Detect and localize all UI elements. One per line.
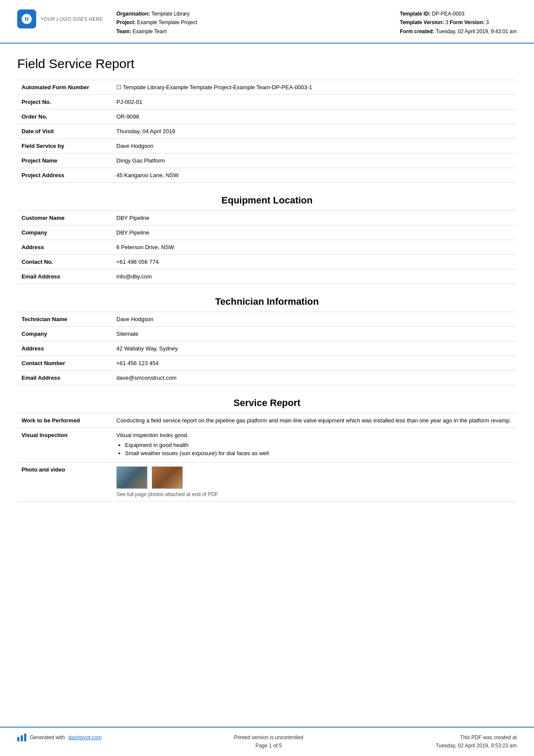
field-text: Sitemate: [116, 331, 138, 337]
field-value: Conducting a field service report on the…: [112, 413, 517, 428]
form-created-line: Form created: Tuesday, 02 April 2019, 9:…: [400, 27, 517, 36]
footer-right: This PDF was created at Tuesday, 02 Apri…: [436, 734, 517, 750]
field-text: 42 Wallaby Way, Sydney: [116, 345, 178, 352]
form-row-2: Order No. OR-9098: [17, 109, 517, 124]
field-label: Work to be Performed: [17, 413, 112, 428]
form-row-3: Date of Visit Thursday, 04 April 2019: [17, 124, 517, 139]
field-value: Thursday, 04 April 2019: [112, 124, 517, 139]
section-1-row-2: Address 42 Wallaby Way, Sydney: [17, 341, 517, 356]
footer-link[interactable]: dashpivot.com: [68, 734, 101, 740]
template-id-line: Template ID: DP-PEA-0003: [400, 9, 517, 18]
header-meta-left: Organisation: Template Library Project: …: [116, 9, 387, 36]
sections-container: Equipment Location Customer Name DBY Pip…: [17, 187, 517, 502]
section-heading-1: Technician Information: [17, 288, 517, 312]
footer-right-line2: Tuesday, 02 April 2019, 9:53:23 am: [436, 742, 517, 750]
form-row-4: Field Service by Dave Hodgson: [17, 139, 517, 153]
field-label: Company: [17, 327, 112, 341]
logo-area: YOUR LOGO GOES HERE: [17, 9, 103, 28]
bullet-list: Equipment in good healthSmall weather is…: [125, 442, 512, 456]
field-label: Address: [17, 341, 112, 356]
template-id-label: Template ID:: [400, 11, 431, 17]
bar2: [21, 735, 23, 741]
section-table-0: Customer Name DBY Pipeline Company DBY P…: [17, 210, 517, 284]
field-value: 6 Peterson Drive, NSW: [112, 240, 517, 255]
footer-center-line1: Printed version is uncontrolled: [234, 734, 303, 742]
page: YOUR LOGO GOES HERE Organisation: Templa…: [0, 0, 534, 756]
form-created-value: Tuesday, 02 April 2019, 9:43:01 am: [436, 28, 517, 34]
field-text: Conducting a field service report on the…: [116, 417, 511, 424]
field-text: +61 456 123 454: [116, 360, 159, 366]
template-version-value: 3: [446, 19, 449, 25]
template-version-label: Template Version:: [400, 19, 444, 25]
field-label: Technician Name: [17, 312, 112, 327]
section-heading-0: Equipment Location: [17, 187, 517, 210]
field-label: Email Address: [17, 269, 112, 284]
field-text: DBY Pipeline: [116, 215, 149, 221]
org-value: Template Library: [151, 11, 190, 17]
generated-text: Generated with: [30, 734, 65, 740]
section-0-row-0: Customer Name DBY Pipeline: [17, 211, 517, 225]
field-value: DBY Pipeline: [112, 211, 517, 225]
field-label: Photo and video: [17, 462, 112, 502]
footer-left: Generated with dashpivot.com: [17, 734, 102, 741]
footer-right-line1: This PDF was created at: [436, 734, 517, 742]
field-text: 6 Peterson Drive, NSW: [116, 244, 174, 250]
field-text: dave@smconstruct.com: [116, 375, 177, 381]
section-0-row-1: Company DBY Pipeline: [17, 225, 517, 240]
field-label: Visual Inspection: [17, 428, 112, 462]
field-value: Visual inspection looks good.Equipment i…: [112, 428, 517, 462]
photo-1: [116, 466, 147, 489]
field-value: Sitemate: [112, 327, 517, 341]
field-value: 45 Kangaroo Lane, NSW: [112, 168, 517, 183]
field-label: Project Name: [17, 153, 112, 168]
photo-2: [152, 466, 183, 489]
page-title: Field Service Report: [17, 56, 517, 71]
header-meta-right: Template ID: DP-PEA-0003 Template Versio…: [400, 9, 517, 36]
team-label: Team:: [116, 28, 131, 34]
footer-center: Printed version is uncontrolled Page 1 o…: [234, 734, 303, 750]
field-value: ☐ Template Library-Example Template Proj…: [112, 80, 517, 95]
team-line: Team: Example Team: [116, 27, 387, 36]
org-label: Organisation:: [116, 11, 150, 17]
form-row-1: Project No. PJ-002-01: [17, 95, 517, 109]
header: YOUR LOGO GOES HERE Organisation: Templa…: [0, 0, 534, 44]
list-item: Equipment in good health: [125, 442, 512, 448]
section-1-row-3: Contact Number +61 456 123 454: [17, 356, 517, 371]
template-id-value: DP-PEA-0003: [432, 11, 464, 17]
field-text: info@dby.com: [116, 273, 152, 280]
bar3: [24, 734, 26, 741]
org-line: Organisation: Template Library: [116, 9, 387, 18]
section-table-1: Technician Name Dave Hodgson Company Sit…: [17, 312, 517, 385]
form-version-value: 3: [486, 19, 489, 25]
form-version-label: Form Version:: [450, 19, 485, 25]
field-value: info@dby.com: [112, 269, 517, 284]
team-value: Example Team: [133, 28, 167, 34]
field-label: Project No.: [17, 95, 112, 109]
logo-text: YOUR LOGO GOES HERE: [41, 16, 103, 22]
form-row-5: Project Name Dingy Gas Platform: [17, 153, 517, 168]
main-content: Field Service Report Automated Form Numb…: [0, 44, 534, 726]
field-label: Date of Visit: [17, 124, 112, 139]
field-value: See full page photos attached at end of …: [112, 462, 517, 502]
section-1-row-0: Technician Name Dave Hodgson: [17, 312, 517, 327]
field-label: Contact Number: [17, 356, 112, 371]
section-heading-2: Service Report: [17, 390, 517, 413]
footer-logo-icon: [17, 734, 26, 741]
section-0-row-3: Contact No. +61 498 056 774: [17, 255, 517, 269]
field-label: Address: [17, 240, 112, 255]
field-label: Customer Name: [17, 211, 112, 225]
field-value: DBY Pipeline: [112, 225, 517, 240]
field-label: Company: [17, 225, 112, 240]
field-value: PJ-002-01: [112, 95, 517, 109]
section-0-row-2: Address 6 Peterson Drive, NSW: [17, 240, 517, 255]
section-2-row-1: Visual Inspection Visual inspection look…: [17, 428, 517, 462]
field-text: Dave Hodgson: [116, 316, 153, 322]
list-item: Small weather issues (sun exposure) for …: [125, 450, 512, 456]
photo-caption: See full page photos attached at end of …: [116, 491, 512, 497]
section-2-row-2: Photo and video See full page photos att…: [17, 462, 517, 502]
field-value: OR-9098: [112, 109, 517, 124]
field-text: DBY Pipeline: [116, 229, 149, 236]
project-value: Example Template Project: [137, 19, 197, 25]
field-label: Automated Form Number: [17, 80, 112, 95]
field-label: Email Address: [17, 371, 112, 385]
